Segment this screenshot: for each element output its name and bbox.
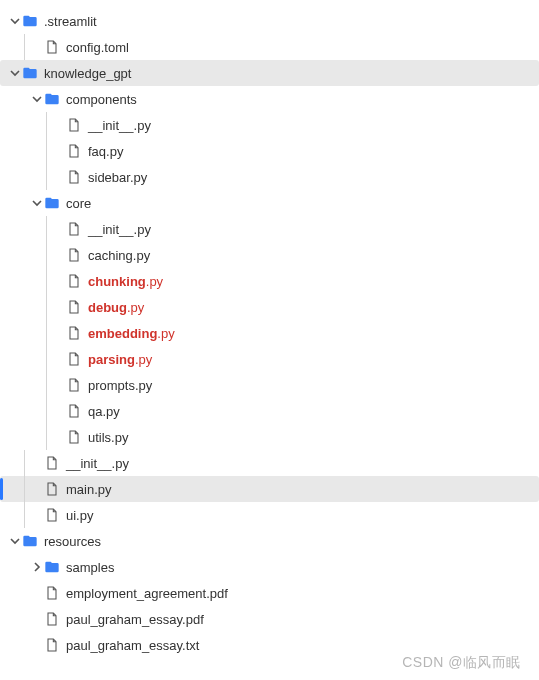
folder-icon — [22, 533, 38, 549]
tree-file[interactable]: faq.py — [0, 138, 539, 164]
tree-item-label: embedding.py — [88, 326, 175, 341]
tree-file[interactable]: ui.py — [0, 502, 539, 528]
tree-item-label: __init__.py — [66, 456, 129, 471]
file-icon — [44, 507, 60, 523]
file-icon — [66, 117, 82, 133]
tree-folder[interactable]: resources — [0, 528, 539, 554]
tree-item-label: parsing.py — [88, 352, 152, 367]
tree-item-label: __init__.py — [88, 118, 151, 133]
tree-item-label: faq.py — [88, 144, 123, 159]
tree-file[interactable]: __init__.py — [0, 112, 539, 138]
file-tree[interactable]: .streamlitconfig.tomlknowledge_gptcompon… — [0, 0, 539, 680]
chevron-down-icon[interactable] — [8, 536, 22, 546]
file-icon — [66, 299, 82, 315]
tree-file[interactable]: __init__.py — [0, 450, 539, 476]
tree-file[interactable]: employment_agreement.pdf — [0, 580, 539, 606]
tree-folder[interactable]: knowledge_gpt — [0, 60, 539, 86]
file-icon — [44, 585, 60, 601]
chevron-down-icon[interactable] — [30, 198, 44, 208]
tree-item-label: paul_graham_essay.pdf — [66, 612, 204, 627]
tree-folder[interactable]: components — [0, 86, 539, 112]
file-icon — [66, 325, 82, 341]
tree-file[interactable]: __init__.py — [0, 216, 539, 242]
file-icon — [66, 403, 82, 419]
tree-item-label: knowledge_gpt — [44, 66, 131, 81]
folder-icon — [44, 91, 60, 107]
file-icon — [44, 39, 60, 55]
folder-icon — [44, 559, 60, 575]
tree-file[interactable]: sidebar.py — [0, 164, 539, 190]
tree-item-label: debug.py — [88, 300, 144, 315]
chevron-down-icon[interactable] — [8, 16, 22, 26]
tree-file[interactable]: parsing.py — [0, 346, 539, 372]
tree-item-label: samples — [66, 560, 114, 575]
tree-file[interactable]: paul_graham_essay.txt — [0, 632, 539, 658]
tree-file[interactable]: debug.py — [0, 294, 539, 320]
tree-folder[interactable]: core — [0, 190, 539, 216]
tree-item-label: employment_agreement.pdf — [66, 586, 228, 601]
folder-icon — [44, 195, 60, 211]
file-icon — [44, 455, 60, 471]
tree-item-label: chunking.py — [88, 274, 163, 289]
tree-item-label: ui.py — [66, 508, 93, 523]
file-icon — [44, 637, 60, 653]
tree-item-label: __init__.py — [88, 222, 151, 237]
tree-file[interactable]: main.py — [0, 476, 539, 502]
tree-file[interactable]: utils.py — [0, 424, 539, 450]
tree-item-label: sidebar.py — [88, 170, 147, 185]
tree-item-label: paul_graham_essay.txt — [66, 638, 199, 653]
tree-item-label: config.toml — [66, 40, 129, 55]
tree-item-label: resources — [44, 534, 101, 549]
tree-file[interactable]: qa.py — [0, 398, 539, 424]
folder-icon — [22, 65, 38, 81]
file-icon — [66, 221, 82, 237]
tree-item-label: utils.py — [88, 430, 128, 445]
chevron-down-icon[interactable] — [8, 68, 22, 78]
tree-file[interactable]: embedding.py — [0, 320, 539, 346]
tree-file[interactable]: prompts.py — [0, 372, 539, 398]
folder-icon — [22, 13, 38, 29]
tree-item-label: .streamlit — [44, 14, 97, 29]
tree-folder[interactable]: .streamlit — [0, 8, 539, 34]
file-icon — [66, 429, 82, 445]
file-icon — [66, 247, 82, 263]
tree-file[interactable]: caching.py — [0, 242, 539, 268]
tree-file[interactable]: paul_graham_essay.pdf — [0, 606, 539, 632]
file-icon — [44, 611, 60, 627]
tree-file[interactable]: chunking.py — [0, 268, 539, 294]
tree-item-label: prompts.py — [88, 378, 152, 393]
tree-item-label: main.py — [66, 482, 112, 497]
tree-item-label: caching.py — [88, 248, 150, 263]
tree-item-label: core — [66, 196, 91, 211]
file-icon — [66, 143, 82, 159]
file-icon — [66, 273, 82, 289]
chevron-down-icon[interactable] — [30, 94, 44, 104]
file-icon — [66, 351, 82, 367]
file-icon — [66, 377, 82, 393]
tree-file[interactable]: config.toml — [0, 34, 539, 60]
tree-folder[interactable]: samples — [0, 554, 539, 580]
tree-item-label: qa.py — [88, 404, 120, 419]
tree-item-label: components — [66, 92, 137, 107]
file-icon — [66, 169, 82, 185]
file-icon — [44, 481, 60, 497]
chevron-right-icon[interactable] — [30, 562, 44, 572]
